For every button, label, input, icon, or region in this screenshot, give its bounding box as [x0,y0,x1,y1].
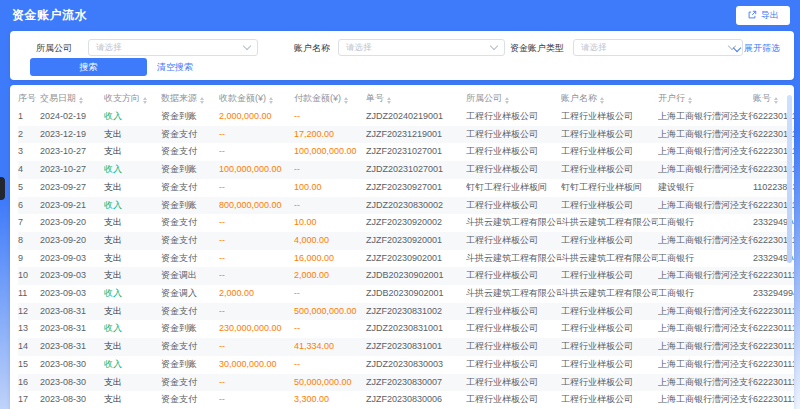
sort-icon[interactable] [505,97,509,104]
cell-source: 资金支付 [161,232,219,250]
cell-order_no: ZJZF20230830006 [366,391,466,409]
cell-payment: -- [294,320,366,338]
cell-account: 工程行业样板公司 [561,356,658,374]
cell-account: 斗拱云建筑工程有限公司 [561,214,658,232]
cell-company: 斗拱云建筑工程有限公司 [466,285,561,303]
cell-bank: 上海工商银行漕河泾支行 [658,143,753,161]
account-name-filter-placeholder: 请选择 [346,42,372,54]
cell-order_no: ZJZF20230920001 [366,232,466,250]
cell-source: 资金到账 [161,108,219,126]
cell-company: 工程行业样板公司 [466,232,561,250]
cell-direction: 支出 [104,214,161,232]
account-name-filter-select[interactable]: 请选择 [338,39,505,56]
cell-account: 工程行业样板公司 [561,267,658,285]
sort-icon[interactable] [79,97,83,104]
column-header-7[interactable]: 所属公司 [466,88,561,108]
sort-icon[interactable] [774,97,778,104]
column-header-8[interactable]: 账户名称 [561,88,658,108]
cell-bank: 上海工商银行漕河泾支行 [658,232,753,250]
cell-order_no: ZJZF20231027001 [366,143,466,161]
column-header-4[interactable]: 收款金额(¥) [219,88,294,108]
column-header-label: 数据来源 [161,93,197,103]
cell-bank: 上海工商银行漕河泾支行 [658,267,753,285]
cell-receipt: -- [219,250,294,268]
table-row: 172023-08-30支出资金支付--3,300.00ZJZF20230830… [18,391,794,409]
cell-company: 工程行业样板公司 [466,197,561,215]
cell-date: 2023-12-19 [40,126,104,144]
cell-no: 5 [18,179,40,197]
cell-source: 资金支付 [161,374,219,392]
cell-receipt: -- [219,374,294,392]
cell-order_no: ZJDB20230902001 [366,267,466,285]
sort-icon[interactable] [344,97,348,104]
cell-source: 资金到账 [161,161,219,179]
cell-payment: 16,000.00 [294,250,366,268]
expand-filters-link[interactable]: 展开筛选 [734,40,780,57]
cell-bank: 工商银行 [658,214,753,232]
top-bar: 资金账户流水 导出 [0,0,800,30]
cell-direction: 支出 [104,391,161,409]
cell-direction: 支出 [104,250,161,268]
sort-icon[interactable] [688,97,692,104]
cell-no: 14 [18,338,40,356]
cell-company: 工程行业样板公司 [466,391,561,409]
column-header-9[interactable]: 开户行 [658,88,753,108]
cell-direction: 支出 [104,232,161,250]
column-header-label: 单号 [366,93,384,103]
chevron-down-icon [733,43,741,51]
column-header-1[interactable]: 交易日期 [40,88,104,108]
vertical-scrollbar-thumb[interactable] [787,95,792,263]
cell-payment: 41,334.00 [294,338,366,356]
sort-icon[interactable] [269,97,273,104]
cell-company: 工程行业样板公司 [466,320,561,338]
sort-icon[interactable] [600,97,604,104]
column-header-2[interactable]: 收支方向 [104,88,161,108]
cell-bank: 上海工商银行漕河泾支行 [658,374,753,392]
cell-bank: 上海工商银行漕河泾支行 [658,303,753,321]
search-button[interactable]: 搜索 [30,58,147,76]
cell-source: 资金到账 [161,356,219,374]
cell-order_no: ZJDZ20231027001 [366,161,466,179]
expand-filters-label: 展开筛选 [744,40,780,57]
cell-direction: 收入 [104,356,161,374]
cell-receipt: -- [219,232,294,250]
column-header-label: 账号 [753,93,771,103]
company-filter-select[interactable]: 请选择 [88,39,258,56]
export-button[interactable]: 导出 [736,6,790,25]
cell-company: 工程行业样板公司 [466,267,561,285]
table-row: 122023-08-31支出资金支付--500,000,000.00ZJZF20… [18,303,794,321]
cell-account: 工程行业样板公司 [561,303,658,321]
cell-account_no: 622230111 [753,267,794,285]
cell-direction: 收入 [104,161,161,179]
column-header-3[interactable]: 数据来源 [161,88,219,108]
side-panel-handle[interactable] [0,177,5,200]
cell-source: 资金调出 [161,267,219,285]
cell-source: 资金支付 [161,303,219,321]
table-row: 102023-09-03支出资金调出--2,000.00ZJDB20230902… [18,267,794,285]
column-header-5[interactable]: 付款金额(¥) [294,88,366,108]
account-type-filter-select[interactable]: 请选择 [573,39,743,56]
sort-icon[interactable] [387,97,391,104]
cell-no: 9 [18,250,40,268]
cell-receipt: -- [219,126,294,144]
cell-source: 资金支付 [161,126,219,144]
table-row: 152023-08-30收入资金到账30,000,000.00--ZJDZ202… [18,356,794,374]
sort-icon[interactable] [143,97,147,104]
cell-order_no: ZJDZ20240219001 [366,108,466,126]
clear-search-button[interactable]: 清空搜索 [157,58,193,76]
cell-direction: 支出 [104,179,161,197]
cell-company: 斗拱云建筑工程有限公司 [466,214,561,232]
flow-table-wrap: 序号交易日期收支方向数据来源收款金额(¥)付款金额(¥)单号所属公司账户名称开户… [18,88,794,409]
cell-order_no: ZJZF20230831002 [366,303,466,321]
cell-no: 10 [18,267,40,285]
cell-direction: 支出 [104,303,161,321]
table-body: 12024-02-19收入资金到账2,000,000.00--ZJDZ20240… [18,108,794,409]
cell-source: 资金到账 [161,197,219,215]
page-title: 资金账户流水 [12,7,87,24]
cell-bank: 上海工商银行漕河泾支行 [658,161,753,179]
column-header-6[interactable]: 单号 [366,88,466,108]
cell-source: 资金支付 [161,250,219,268]
cell-company: 工程行业样板公司 [466,143,561,161]
sort-icon[interactable] [200,97,204,104]
cell-order_no: ZJDB20230902001 [366,285,466,303]
